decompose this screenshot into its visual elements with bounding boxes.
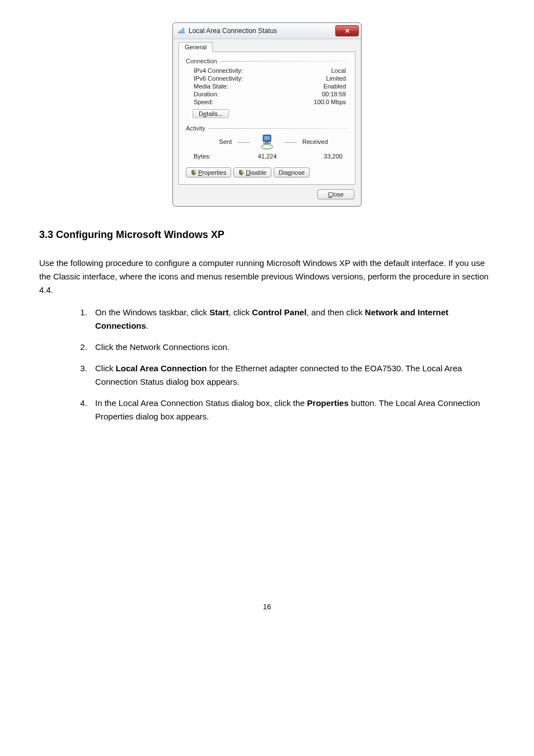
ipv6-value: Limited — [326, 75, 346, 82]
bytes-label: Bytes: — [194, 153, 211, 160]
activity-icon — [255, 134, 279, 150]
close-icon: ✕ — [345, 28, 350, 34]
sent-label: Sent — [191, 138, 232, 145]
svg-rect-3 — [183, 28, 185, 32]
properties-button[interactable]: Properties — [186, 167, 231, 178]
page-number: 16 — [39, 603, 495, 611]
divider — [221, 61, 348, 62]
close-dialog-button[interactable]: Close — [317, 189, 354, 199]
activity-dash: —— — [284, 138, 297, 145]
ipv4-label: IPv4 Connectivity: — [194, 67, 243, 74]
duration-label: Duration: — [194, 91, 219, 97]
divider — [209, 128, 348, 129]
shield-icon — [238, 170, 244, 175]
action-button-row: Properties Disable Diagnose — [186, 167, 348, 178]
tab-general[interactable]: General — [179, 42, 213, 52]
list-item: Click the Network Connections icon. — [90, 340, 495, 354]
duration-value: 00:18:59 — [322, 91, 346, 97]
dialog-titlebar: Local Area Connection Status ✕ — [173, 23, 361, 39]
details-button[interactable]: Details... — [193, 109, 229, 118]
procedure-list: On the Windows taskbar, click Start, cli… — [39, 306, 495, 423]
group-activity: Activity Sent —— — [186, 125, 348, 160]
received-label: Received — [302, 138, 343, 145]
dialog-title: Local Area Connection Status — [189, 27, 335, 35]
shield-icon — [191, 170, 196, 175]
speed-label: Speed: — [194, 99, 213, 105]
group-connection: Connection IPv4 Connectivity:Local IPv6 … — [186, 58, 348, 122]
list-item: On the Windows taskbar, click Start, cli… — [90, 306, 495, 333]
svg-rect-2 — [181, 29, 182, 32]
dialog-footer: Close — [179, 185, 355, 200]
group-activity-label: Activity — [186, 125, 205, 132]
svg-rect-5 — [264, 136, 270, 140]
dialog-body: General Connection IPv4 Connectivity:Loc… — [173, 39, 361, 206]
svg-rect-0 — [178, 32, 185, 34]
list-item: Click Local Area Connection for the Ethe… — [90, 362, 495, 389]
connection-status-dialog: Local Area Connection Status ✕ General C… — [172, 22, 362, 207]
svg-rect-7 — [263, 143, 271, 144]
svg-rect-6 — [265, 142, 269, 143]
speed-value: 100.0 Mbps — [314, 99, 346, 105]
document-body: 3.3 Configuring Microsoft Windows XP Use… — [39, 229, 495, 423]
intro-paragraph: Use the following procedure to configure… — [39, 256, 495, 297]
media-state-value: Enabled — [324, 83, 346, 90]
ipv6-label: IPv6 Connectivity: — [194, 75, 243, 82]
ipv4-value: Local — [331, 67, 346, 74]
bytes-received-value: 33,200 — [298, 153, 343, 160]
activity-dash: —— — [237, 138, 250, 145]
svg-point-8 — [261, 144, 273, 149]
list-item: In the Local Area Connection Status dial… — [90, 396, 495, 423]
disable-button[interactable]: Disable — [233, 167, 271, 178]
section-heading: 3.3 Configuring Microsoft Windows XP — [39, 229, 495, 241]
media-state-label: Media State: — [194, 83, 228, 90]
group-connection-label: Connection — [186, 58, 217, 64]
close-button[interactable]: ✕ — [335, 25, 359, 36]
network-icon — [177, 27, 185, 35]
tab-panel-general: Connection IPv4 Connectivity:Local IPv6 … — [179, 52, 355, 185]
diagnose-button[interactable]: Diagnose — [274, 167, 310, 178]
bytes-sent-value: 41,224 — [232, 153, 277, 160]
tab-strip: General — [179, 42, 355, 52]
svg-rect-1 — [179, 31, 181, 32]
